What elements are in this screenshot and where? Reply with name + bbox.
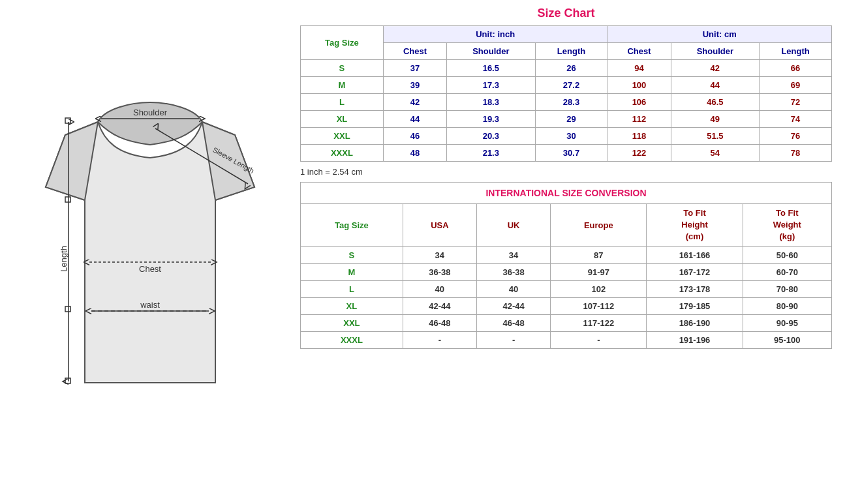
unit-note: 1 inch = 2.54 cm xyxy=(300,167,832,177)
weight-val: 70-80 xyxy=(743,280,831,297)
chest-inch-header: Chest xyxy=(383,43,446,60)
length-cm-val: 66 xyxy=(760,60,832,77)
height-val: 167-172 xyxy=(647,263,743,280)
table-row: XXL 46 20.3 30 118 51.5 76 xyxy=(301,128,832,145)
weight-val: 90-95 xyxy=(743,314,831,331)
table-row: L 42 18.3 28.3 106 46.5 72 xyxy=(301,94,832,111)
uk-val: - xyxy=(476,331,550,348)
shoulder-inch-val: 18.3 xyxy=(447,94,536,111)
unit-inch-header: Unit: inch xyxy=(383,26,607,43)
svg-rect-13 xyxy=(65,197,70,202)
europe-val: - xyxy=(551,331,647,348)
usa-val: 36-38 xyxy=(403,263,476,280)
intl-tag-cell: XXXL xyxy=(301,331,403,348)
height-val: 179-185 xyxy=(647,297,743,314)
intl-tag-cell: S xyxy=(301,246,403,263)
usa-val: 46-48 xyxy=(403,314,476,331)
usa-val: 42-44 xyxy=(403,297,476,314)
chest-cm-header: Chest xyxy=(607,43,671,60)
height-val: 191-196 xyxy=(647,331,743,348)
length-inch-val: 28.3 xyxy=(535,94,607,111)
weight-header: To FitWeight(kg) xyxy=(743,204,831,247)
length-cm-val: 74 xyxy=(760,111,832,128)
chest-inch-val: 42 xyxy=(383,94,446,111)
intl-size-table: INTERNATIONAL SIZE CONVERSION Tag Size U… xyxy=(300,182,832,349)
usa-val: 40 xyxy=(403,280,476,297)
table-row: XL 44 19.3 29 112 49 74 xyxy=(301,111,832,128)
svg-text:Length: Length xyxy=(59,246,69,272)
europe-val: 107-112 xyxy=(551,297,647,314)
tag-size-cell: XL xyxy=(301,111,384,128)
chest-inch-val: 46 xyxy=(383,128,446,145)
height-val: 161-166 xyxy=(647,246,743,263)
uk-header: UK xyxy=(476,204,550,247)
chest-cm-val: 106 xyxy=(607,94,671,111)
shoulder-inch-val: 16.5 xyxy=(447,60,536,77)
intl-tag-cell: XL xyxy=(301,297,403,314)
right-panel: Size Chart Tag Size Unit: inch Unit: cm … xyxy=(294,7,838,497)
intl-title: INTERNATIONAL SIZE CONVERSION xyxy=(301,183,832,204)
tag-size-cell: XXXL xyxy=(301,145,384,162)
intl-tag-cell: L xyxy=(301,280,403,297)
table-row: M 39 17.3 27.2 100 44 69 xyxy=(301,77,832,94)
shoulder-cm-val: 51.5 xyxy=(671,128,760,145)
europe-val: 102 xyxy=(551,280,647,297)
length-cm-val: 69 xyxy=(760,77,832,94)
svg-text:Shoulder: Shoulder xyxy=(133,108,168,117)
length-cm-val: 76 xyxy=(760,128,832,145)
tag-size-cell: L xyxy=(301,94,384,111)
shoulder-cm-val: 42 xyxy=(671,60,760,77)
tag-size-cell: S xyxy=(301,60,384,77)
europe-val: 91-97 xyxy=(551,263,647,280)
shoulder-inch-val: 19.3 xyxy=(447,111,536,128)
uk-val: 46-48 xyxy=(476,314,550,331)
shoulder-cm-val: 44 xyxy=(671,77,760,94)
unit-cm-header: Unit: cm xyxy=(607,26,832,43)
europe-header: Europe xyxy=(551,204,647,247)
length-cm-header: Length xyxy=(760,43,832,60)
chest-inch-val: 37 xyxy=(383,60,446,77)
height-val: 173-178 xyxy=(647,280,743,297)
svg-rect-12 xyxy=(65,378,70,383)
length-cm-val: 78 xyxy=(760,145,832,162)
length-inch-val: 26 xyxy=(535,60,607,77)
uk-val: 36-38 xyxy=(476,263,550,280)
svg-rect-11 xyxy=(65,118,70,123)
svg-rect-14 xyxy=(65,306,70,312)
tag-size-cell: M xyxy=(301,77,384,94)
chest-cm-val: 118 xyxy=(607,128,671,145)
table-row: XXL 46-48 46-48 117-122 186-190 90-95 xyxy=(301,314,832,331)
table-row: M 36-38 36-38 91-97 167-172 60-70 xyxy=(301,263,832,280)
usa-val: - xyxy=(403,331,476,348)
shoulder-cm-val: 49 xyxy=(671,111,760,128)
length-inch-val: 30 xyxy=(535,128,607,145)
shoulder-cm-val: 46.5 xyxy=(671,94,760,111)
length-cm-val: 72 xyxy=(760,94,832,111)
intl-tag-cell: M xyxy=(301,263,403,280)
intl-tag-size-header: Tag Size xyxy=(301,204,403,247)
table-row: XL 42-44 42-44 107-112 179-185 80-90 xyxy=(301,297,832,314)
weight-val: 60-70 xyxy=(743,263,831,280)
size-chart-table: Tag Size Unit: inch Unit: cm Chest Shoul… xyxy=(300,25,832,162)
svg-text:waist: waist xyxy=(140,300,160,310)
table-row: XXXL - - - 191-196 95-100 xyxy=(301,331,832,348)
chest-inch-val: 44 xyxy=(383,111,446,128)
svg-text:Chest: Chest xyxy=(139,264,161,274)
usa-header: USA xyxy=(403,204,476,247)
shoulder-inch-val: 21.3 xyxy=(447,145,536,162)
table-row: L 40 40 102 173-178 70-80 xyxy=(301,280,832,297)
left-panel: Shoulder Chest waist Length Sleeve Lengt… xyxy=(7,7,294,497)
uk-val: 42-44 xyxy=(476,297,550,314)
weight-val: 80-90 xyxy=(743,297,831,314)
uk-val: 34 xyxy=(476,246,550,263)
length-inch-val: 27.2 xyxy=(535,77,607,94)
chest-inch-val: 48 xyxy=(383,145,446,162)
length-inch-val: 30.7 xyxy=(535,145,607,162)
table-row: XXXL 48 21.3 30.7 122 54 78 xyxy=(301,145,832,162)
length-inch-header: Length xyxy=(535,43,607,60)
weight-val: 50-60 xyxy=(743,246,831,263)
intl-tag-cell: XXL xyxy=(301,314,403,331)
chest-cm-val: 122 xyxy=(607,145,671,162)
europe-val: 117-122 xyxy=(551,314,647,331)
size-chart-title: Size Chart xyxy=(300,7,832,20)
